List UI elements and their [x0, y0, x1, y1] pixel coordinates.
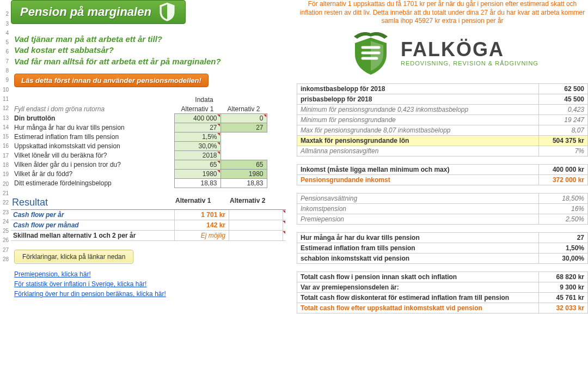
table-value: 9 300 kr: [539, 282, 588, 292]
table-value: 62 500: [539, 83, 588, 94]
indata-label: Vilket år är du född?: [11, 170, 174, 179]
table-value: 18,50%: [539, 193, 588, 203]
result-heading: Resultat Alternativ 1 Alternativ 2: [11, 195, 286, 210]
indata-cell-alt1[interactable]: 1,5%: [174, 132, 220, 142]
link-premiepension[interactable]: Premiepension, klicka här!: [14, 270, 91, 278]
table-label: Inkomst (måste ligga mellan minimum och …: [297, 164, 539, 174]
table-value: 400 000 kr: [539, 164, 588, 174]
indata-cell-alt1[interactable]: 27: [174, 123, 220, 132]
table-label: prisbasbelopp för 2018: [297, 94, 539, 104]
table-label: Totalt cash flow i pension innan skatt o…: [297, 272, 539, 282]
indata-table: Fyll endast i dom gröna rutorna Alternat…: [11, 105, 267, 189]
indata-cell-alt1[interactable]: 30,0%: [174, 142, 220, 151]
indata-cell-alt1: 18,83: [174, 179, 220, 188]
indata-cell-alt1[interactable]: 400 000: [174, 114, 220, 123]
table-value: 45 761 kr: [539, 292, 588, 303]
explanations-button[interactable]: Förklaringar, klicka på länkar nedan: [14, 250, 133, 264]
table-label: Estimerad inflation fram tills pension: [297, 243, 539, 253]
table-value: 27: [539, 232, 588, 243]
indata-label: Din bruttolön: [11, 114, 174, 123]
indata-cell-alt2: 1980: [220, 170, 267, 179]
indata-label: Vilken ålder går du i pension tror du?: [11, 160, 174, 170]
indata-cell-alt2: [220, 151, 267, 160]
read-first-button[interactable]: Läs detta först innan du använder pensio…: [14, 74, 209, 87]
indata-cell-alt2: [220, 142, 267, 151]
table-label: Premiepension: [297, 214, 539, 224]
page-title-banner: Pension på marginalen: [11, 0, 186, 24]
table-value: 7%: [539, 146, 588, 156]
row-number-gutter: 2345678910111213141516171819202122232425…: [0, 0, 10, 358]
indata-heading: Indata: [158, 96, 250, 104]
table-label: schablon inkomstskatt vid pension: [297, 253, 539, 263]
table-label: Max för pensionsgrundande 8,07 inkomstba…: [297, 125, 539, 135]
table-value: 68 820 kr: [539, 272, 588, 282]
table-value: 0,423: [539, 104, 588, 114]
indata-cell-alt1[interactable]: 65: [174, 160, 220, 170]
table-value: 32 033 kr: [539, 303, 588, 313]
table-label: Totalt cash flow efter uppskattad inkoms…: [297, 303, 539, 313]
indata-cell-alt1[interactable]: 2018: [174, 151, 220, 160]
indata-label: Uppskattad inkomstskatt vid pension: [11, 142, 174, 151]
shield-icon: [158, 3, 176, 21]
table-value: 504 375 kr: [539, 135, 588, 146]
indata-label: Ditt estimerade fördelningsbelopp: [11, 179, 174, 188]
table-value: 16%: [539, 203, 588, 214]
income-table: Inkomst (måste ligga mellan minimum och …: [297, 164, 588, 185]
indata-label: Hur många år har du kvar tills pension: [11, 123, 174, 132]
table-label: Pensionsavsättning: [297, 193, 539, 203]
table-label: Inkomstpension: [297, 203, 539, 214]
base-amounts-table: inkomstbasbelopp för 201862 500prisbasbe…: [297, 83, 588, 156]
indata-cell-alt2[interactable]: 0: [220, 114, 267, 123]
indata-cell-alt2: 27: [220, 123, 267, 132]
table-value: 19 247: [539, 114, 588, 125]
table-label: Minimum för pensionsgrundande: [297, 114, 539, 125]
table-value: 2,50%: [539, 214, 588, 224]
help-links: Premiepension, klicka här! För statistik…: [14, 269, 286, 299]
table-value: 45 500: [539, 94, 588, 104]
brand-tagline: REDOVISNING, REVISION & RÅDGIVNING: [401, 61, 538, 67]
summary-note: För alternativ 1 uppskattas du få 1701 k…: [297, 0, 588, 26]
link-inflation-stats[interactable]: För statistik över inflation i Sverige, …: [14, 280, 146, 288]
intro-questions: Vad tjänar man på att arbeta ett år till…: [14, 34, 286, 67]
table-label: Var av premiepensionsdelen är:: [297, 282, 539, 292]
link-pension-calc[interactable]: Förklaring över hur din pension beräknas…: [14, 290, 166, 298]
indata-hint: Fyll endast i dom gröna rutorna: [11, 105, 174, 114]
brand-name: FALKÖGA: [401, 40, 538, 59]
table-label: Pensionsgrundande inkomst: [297, 174, 539, 185]
indata-cell-alt2: [220, 132, 267, 142]
result-diff-row: Skillnad mellan alternativ 1 och 2 per å…: [11, 231, 286, 241]
table-value: 1,50%: [539, 243, 588, 253]
table-label: Allmänna pensionsavgiften: [297, 146, 539, 156]
table-label: Maxtak för pensionsgrundande lön: [297, 135, 539, 146]
result-row: Cash flow per år1 701 kr: [11, 210, 286, 220]
indata-cell-alt2: 65: [220, 160, 267, 170]
table-value: 372 000 kr: [539, 174, 588, 185]
indata-cell-alt2: 18,83: [220, 179, 267, 188]
years-table: Hur många år har du kvar tills pension27…: [297, 232, 588, 264]
totals-table: Totalt cash flow i pension innan skatt o…: [297, 272, 588, 313]
result-row: Cash flow per månad142 kr: [11, 220, 286, 231]
indata-cell-alt1[interactable]: 1980: [174, 170, 220, 179]
table-label: Minimum för pensionsgrundande 0,423 inko…: [297, 104, 539, 114]
page-title: Pension på marginalen: [20, 5, 151, 19]
indata-label: Estimerad inflation fram tills pension: [11, 132, 174, 142]
falcon-shield-icon: [346, 29, 395, 78]
brand-logo: FALKÖGA REDOVISNING, REVISION & RÅDGIVNI…: [297, 29, 588, 78]
table-label: Hur många år har du kvar tills pension: [297, 232, 539, 243]
table-label: Totalt cash flow diskonterat för estimer…: [297, 292, 539, 303]
table-value: 30,00%: [539, 253, 588, 263]
indata-label: Vilket löneår vill du beräkna för?: [11, 151, 174, 160]
percent-table: Pensionsavsättning18,50%Inkomstpension16…: [297, 193, 588, 225]
table-value: 8,07: [539, 125, 588, 135]
table-label: inkomstbasbelopp för 2018: [297, 83, 539, 94]
